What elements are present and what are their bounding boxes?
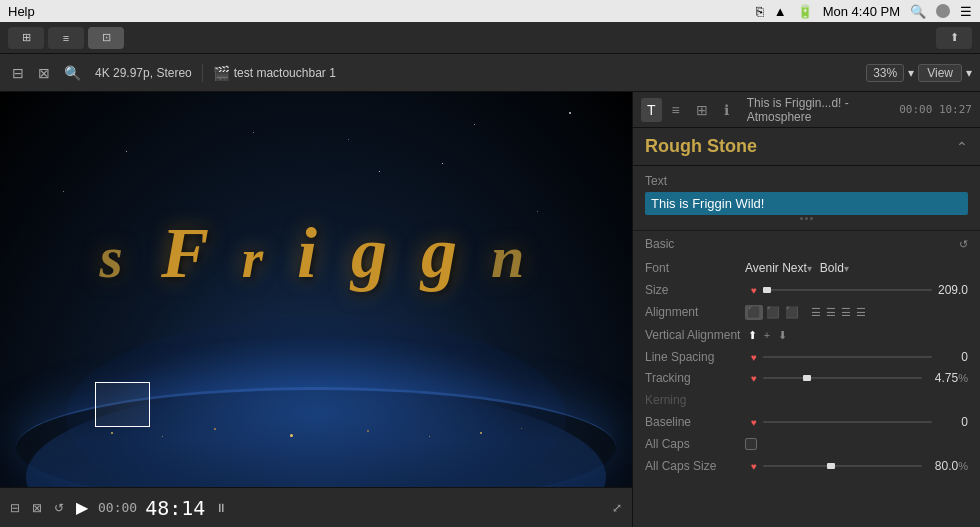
grid-view-btn[interactable]: ⊞ xyxy=(8,27,44,49)
all-caps-size-slider[interactable] xyxy=(763,465,922,467)
all-caps-checkbox[interactable] xyxy=(745,438,757,450)
tracking-keyframe[interactable]: ♥ xyxy=(751,373,757,384)
valign-label: Vertical Alignment xyxy=(645,328,745,342)
all-caps-size-keyframe[interactable]: ♥ xyxy=(751,461,757,472)
inspector-tab-text[interactable]: T xyxy=(641,98,662,122)
text-input-field[interactable] xyxy=(645,192,968,215)
baseline-value: 0 xyxy=(938,415,968,429)
text-section-label: Text xyxy=(645,174,968,188)
baseline-keyframe[interactable]: ♥ xyxy=(751,417,757,428)
search-btn[interactable]: 🔍 xyxy=(60,63,85,83)
video-preview[interactable]: s F r i g g n xyxy=(0,92,632,487)
align-left-btn[interactable]: ⬛ xyxy=(745,305,763,320)
inspector-tab-list[interactable]: ≡ xyxy=(666,98,686,122)
share-btn[interactable]: ⬆ xyxy=(936,27,972,49)
text-char-g1: g xyxy=(351,213,395,293)
main-layout: s F r i g g n ⊟ ⊠ ↺ ▶ 00 xyxy=(0,92,980,527)
search-icon[interactable]: 🔍 xyxy=(910,4,926,19)
valign-top-icon[interactable]: ⬆ xyxy=(745,328,759,342)
share-area: ⬆ xyxy=(936,27,972,49)
baseline-slider[interactable] xyxy=(763,421,932,423)
line-spacing-label: Line Spacing xyxy=(645,350,745,364)
touch-bar: ⊞ ≡ ⊡ ⬆ xyxy=(0,22,980,54)
list-view-btn[interactable]: ≡ xyxy=(48,27,84,49)
tracking-unit: % xyxy=(958,372,968,384)
timecode-main: 48:14 xyxy=(145,496,205,520)
size-keyframe-icon[interactable]: ♥ xyxy=(751,285,757,296)
align-center-btn[interactable]: ⬛ xyxy=(764,305,782,320)
font-name-value[interactable]: Avenir Next xyxy=(745,261,807,275)
detail-view-btn[interactable]: ⊡ xyxy=(88,27,124,49)
help-menu[interactable]: Help xyxy=(8,4,35,19)
system-status: ⎘ ▲ 🔋 Mon 4:40 PM 🔍 ☰ xyxy=(756,4,972,19)
transport-right: ⤢ xyxy=(610,499,624,517)
inspector-tabs: T ≡ ⊞ ℹ This is Friggin...d! - Atmospher… xyxy=(633,92,980,128)
zoom-chevron[interactable]: ▾ xyxy=(908,66,914,80)
view-button[interactable]: View xyxy=(918,64,962,82)
airplay-icon: ⎘ xyxy=(756,4,764,19)
menu-icon[interactable]: ☰ xyxy=(960,4,972,19)
font-weight-value[interactable]: Bold xyxy=(820,261,844,275)
clip-view-btn[interactable]: ⊟ xyxy=(8,499,22,517)
trim-btn[interactable]: ⊠ xyxy=(30,499,44,517)
video-panel: s F r i g g n ⊟ ⊠ ↺ ▶ 00 xyxy=(0,92,632,527)
basic-section: Basic ↺ Font Avenir Next ▾ Bold ▾ Size ♥… xyxy=(633,231,980,483)
speed-btn[interactable]: ↺ xyxy=(52,499,66,517)
inspector-panel: T ≡ ⊞ ℹ This is Friggin...d! - Atmospher… xyxy=(632,92,980,527)
fullscreen-btn[interactable]: ⤢ xyxy=(610,499,624,517)
clock: Mon 4:40 PM xyxy=(823,4,900,19)
all-caps-label: All Caps xyxy=(645,437,745,451)
inspector-tab-grid[interactable]: ⊞ xyxy=(690,98,714,122)
text-char-i: i xyxy=(297,213,325,293)
tracking-slider[interactable] xyxy=(763,377,922,379)
valign-bot-icon[interactable]: ⬇ xyxy=(775,328,789,342)
text-section: Text xyxy=(633,166,980,231)
para-align-group: ☰ ☰ ☰ ☰ xyxy=(809,305,868,320)
effect-title: Rough Stone xyxy=(645,136,956,157)
effect-title-bar: Rough Stone ⌃ xyxy=(633,128,980,166)
layout-btn-2[interactable]: ⊠ xyxy=(34,63,54,83)
para-justify-btn[interactable]: ☰ xyxy=(854,305,868,320)
sep-1 xyxy=(202,64,203,82)
zoom-value[interactable]: 33% xyxy=(866,64,904,82)
all-caps-size-label: All Caps Size xyxy=(645,459,745,473)
font-chevron[interactable]: ▾ xyxy=(807,263,812,274)
all-caps-size-value: 80.0 xyxy=(928,459,958,473)
text-char-F: F xyxy=(161,213,216,293)
para-center-btn[interactable]: ☰ xyxy=(824,305,838,320)
all-caps-row: All Caps xyxy=(645,433,968,455)
para-left-btn[interactable]: ☰ xyxy=(809,305,823,320)
view-chevron[interactable]: ▾ xyxy=(966,66,972,80)
transport-bar: ⊟ ⊠ ↺ ▶ 00:00 48:14 ⏸ ⤢ xyxy=(0,487,632,527)
layout-btn-1[interactable]: ⊟ xyxy=(8,63,28,83)
resize-handle[interactable] xyxy=(645,215,968,222)
line-spacing-keyframe[interactable]: ♥ xyxy=(751,352,757,363)
align-right-btn[interactable]: ⬛ xyxy=(783,305,801,320)
text-char-n: n xyxy=(491,224,532,290)
alignment-row: Alignment ⬛ ⬛ ⬛ ☰ ☰ ☰ ☰ xyxy=(645,301,968,323)
reset-btn[interactable]: ↺ xyxy=(959,238,968,251)
timecode-current: 00:00 xyxy=(98,500,137,515)
tracking-label: Tracking xyxy=(645,371,745,385)
line-spacing-slider[interactable] xyxy=(763,356,932,358)
project-name: test mactouchbar 1 xyxy=(234,66,336,80)
main-toolbar: ⊟ ⊠ 🔍 4K 29.97p, Stereo 🎬 test mactouchb… xyxy=(0,54,980,92)
selection-box[interactable] xyxy=(95,382,150,427)
resolution-info: 4K 29.97p, Stereo xyxy=(95,66,192,80)
font-label: Font xyxy=(645,261,745,275)
play-button[interactable]: ▶ xyxy=(74,496,90,519)
inspector-timecode: 00:00 10:27 xyxy=(899,103,972,116)
size-slider[interactable] xyxy=(763,289,932,291)
para-right-btn[interactable]: ☰ xyxy=(839,305,853,320)
valign-mid-icon[interactable]: + xyxy=(760,328,774,342)
inspector-title: This is Friggin...d! - Atmosphere xyxy=(747,96,895,124)
line-spacing-value: 0 xyxy=(938,350,968,364)
collapse-btn[interactable]: ⌃ xyxy=(956,139,968,155)
project-area: 🎬 test mactouchbar 1 xyxy=(213,65,336,81)
font-weight-chevron[interactable]: ▾ xyxy=(844,263,849,274)
text-align-group: ⬛ ⬛ ⬛ xyxy=(745,305,801,320)
inspector-tab-info[interactable]: ℹ xyxy=(718,98,735,122)
pause-frame-btn[interactable]: ⏸ xyxy=(213,499,229,517)
all-caps-size-unit: % xyxy=(958,460,968,472)
video-background: s F r i g g n xyxy=(0,92,632,487)
